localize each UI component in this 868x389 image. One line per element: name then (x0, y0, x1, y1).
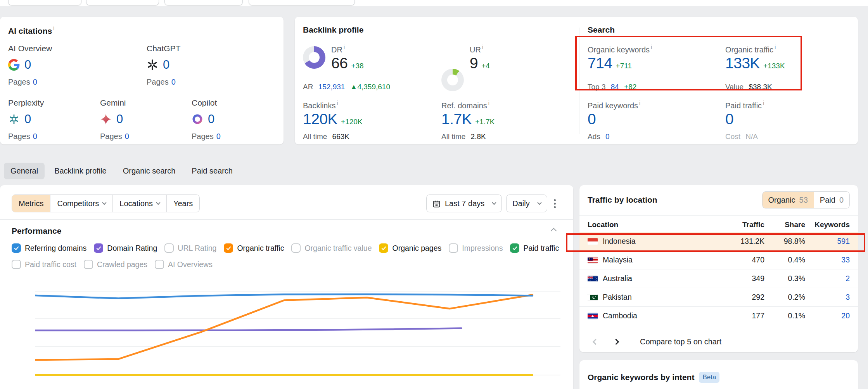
location-traffic: 470 (724, 255, 764, 264)
location-row-australia[interactable]: Australia3490.3%2 (579, 269, 858, 288)
info-icon[interactable]: i (488, 100, 489, 106)
chart-line-referring-domains[interactable] (35, 294, 533, 299)
ref-domains-alltime: All time 2.8K (441, 132, 486, 141)
metric-checkbox-label: Domain Rating (107, 244, 157, 253)
chart-line-organic-traffic[interactable] (35, 295, 533, 360)
top-toolbar-box[interactable] (164, 0, 243, 5)
section-divider (579, 28, 579, 134)
chart-line-domain-rating[interactable] (35, 328, 462, 330)
pages-count[interactable]: 0 (33, 78, 37, 86)
pages-count[interactable]: 0 (171, 78, 176, 86)
ai-citations-count[interactable]: 0 (24, 112, 31, 126)
ai-source-label: ChatGPT (147, 44, 236, 53)
paid-traffic-value[interactable]: 0 (725, 111, 733, 127)
pages-label: Pages (147, 78, 169, 86)
ar-value-link[interactable]: 152,931 (318, 83, 345, 91)
organic-traffic-value[interactable]: 133K (725, 56, 760, 71)
australia-flag (588, 275, 598, 282)
metric-checkbox-label: Referring domains (25, 244, 86, 253)
info-icon[interactable]: i (482, 44, 483, 50)
top-toolbar-box[interactable] (86, 0, 159, 5)
organic-keywords-value-row: 714 +711 (588, 56, 632, 71)
tab-general[interactable]: General (4, 163, 45, 179)
collapse-section-icon[interactable] (551, 228, 557, 234)
top-toolbar-box[interactable] (8, 0, 81, 5)
pages-count[interactable]: 0 (125, 132, 129, 141)
backlinks-value[interactable]: 120K (303, 111, 337, 127)
metric-checkbox-label: Organic traffic (237, 244, 284, 253)
section-tabs: GeneralBacklink profileOrganic searchPai… (4, 162, 239, 180)
info-icon[interactable]: i (763, 100, 764, 106)
filter-metrics[interactable]: Metrics (12, 195, 50, 212)
pages-count[interactable]: 0 (216, 132, 221, 141)
filter-locations[interactable]: Locations (112, 195, 166, 212)
tab-paid-search[interactable]: Paid search (185, 163, 239, 179)
location-row-cambodia[interactable]: Cambodia1770.1%20 (579, 306, 858, 325)
checkbox-unchecked-icon (12, 260, 21, 269)
traffic-value-row: Value $38.3K (725, 83, 772, 91)
metric-checkbox-url-rating[interactable]: URL Rating (164, 243, 216, 253)
chevron-down-icon (537, 200, 541, 205)
tab-backlink-profile[interactable]: Backlink profile (48, 163, 113, 179)
ref-domains-value-row: 1.7K +1.7K (441, 111, 495, 127)
date-range-button[interactable]: Last 7 days (426, 194, 502, 212)
organic-keywords-label: Organic keywordsi (588, 44, 652, 54)
location-row-indonesia[interactable]: Indonesia131.2K98.8%591 (579, 232, 858, 250)
top3-row: Top 3 84 +82 (588, 83, 636, 91)
pagination-next-icon[interactable] (613, 339, 619, 345)
paid-keywords-value-row: 0 (588, 111, 596, 127)
ur-value: 9 (470, 56, 478, 71)
location-traffic: 349 (724, 274, 764, 283)
metric-checkbox-referring-domains[interactable]: Referring domains (12, 243, 86, 253)
date-range-label: Last 7 days (445, 199, 484, 208)
checkbox-unchecked-icon (291, 243, 301, 253)
organic-keywords-value[interactable]: 714 (588, 56, 612, 71)
ads-value-link[interactable]: 0 (605, 132, 610, 141)
gemini-icon (100, 113, 112, 125)
info-icon[interactable]: i (639, 100, 640, 106)
ref-domains-value[interactable]: 1.7K (441, 111, 472, 127)
metric-checkbox-organic-pages[interactable]: Organic pages (379, 243, 441, 253)
ai-citations-count[interactable]: 0 (163, 58, 169, 72)
info-icon[interactable]: i (344, 44, 345, 50)
tab-organic-search[interactable]: Organic search (116, 163, 182, 179)
location-keywords-link[interactable]: 2 (805, 274, 850, 283)
performance-line-chart[interactable] (35, 268, 560, 389)
paid-keywords-label: Paid keywordsi (588, 100, 640, 110)
overview-panel: MetricsCompetitorsLocationsYears Last 7 … (0, 185, 573, 389)
metric-checkbox-domain-rating[interactable]: Domain Rating (94, 243, 157, 253)
granularity-button[interactable]: Daily (506, 194, 547, 212)
ai-citations-count[interactable]: 0 (24, 58, 31, 72)
compare-top5-label[interactable]: Compare top 5 on chart (640, 337, 721, 346)
dr-delta: +38 (351, 62, 363, 70)
ur-value-row: 9 +4 (470, 56, 490, 71)
location-row-malaysia[interactable]: Malaysia4700.4%33 (579, 250, 858, 269)
info-icon[interactable]: i (337, 100, 338, 106)
pages-count[interactable]: 0 (33, 132, 37, 141)
location-name: Indonesia (603, 237, 636, 246)
metric-checkbox-paid-traffic[interactable]: Paid traffic (510, 243, 559, 253)
metric-checkbox-impressions[interactable]: Impressions (449, 243, 503, 253)
metric-checkbox-organic-traffic-value[interactable]: Organic traffic value (291, 243, 372, 253)
ai-citations-count[interactable]: 0 (116, 112, 123, 126)
location-share: 0.2% (764, 293, 805, 302)
more-options-icon[interactable] (552, 197, 558, 210)
ai-citations-count[interactable]: 0 (208, 112, 214, 126)
filter-years[interactable]: Years (166, 195, 199, 212)
filter-competitors[interactable]: Competitors (50, 195, 112, 212)
toggle-organic[interactable]: Organic 53 (763, 192, 814, 208)
location-keywords-link[interactable]: 3 (805, 293, 850, 302)
toggle-paid[interactable]: Paid 0 (814, 192, 849, 208)
backlink-profile-title: Backlink profile (303, 25, 363, 35)
top-toolbar-box[interactable] (249, 0, 355, 5)
top3-value-link[interactable]: 84 (611, 83, 619, 91)
location-keywords-link[interactable]: 20 (805, 311, 850, 320)
metric-checkbox-organic-traffic[interactable]: Organic traffic (224, 243, 284, 253)
paid-keywords-value[interactable]: 0 (588, 111, 596, 127)
location-keywords-link[interactable]: 591 (805, 237, 850, 246)
info-icon[interactable]: i (651, 44, 652, 50)
info-icon[interactable]: i (775, 44, 776, 50)
location-keywords-link[interactable]: 33 (805, 255, 850, 264)
location-row-pakistan[interactable]: Pakistan2920.2%3 (579, 288, 858, 306)
pagination-prev-icon[interactable] (593, 339, 599, 345)
